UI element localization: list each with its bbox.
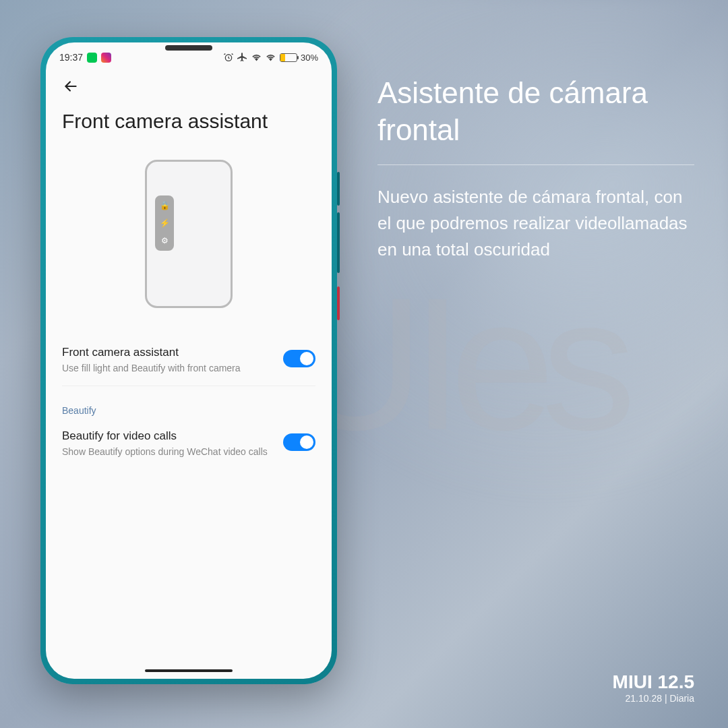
promo-description: Nuevo asistente de cámara frontal, con e…	[377, 184, 694, 263]
illus-gear-icon: ⚙	[160, 236, 169, 245]
phone-screen: 19:37 30%	[46, 42, 332, 679]
setting-fca-title: Front camera assistant	[62, 346, 275, 359]
illustration: 🔒 ⚡ ⚙	[46, 146, 332, 335]
wifi-icon-2	[266, 52, 276, 63]
toggle-front-camera-assistant[interactable]	[283, 350, 315, 367]
notif-app-icon-2	[101, 53, 111, 63]
phone-volume-up	[337, 172, 340, 206]
footer-build: 21.10.28 | Diaria	[613, 693, 694, 704]
section-beautify-label: Beautify	[46, 386, 332, 419]
setting-beautify-video-calls[interactable]: Beautify for video calls Show Beautify o…	[46, 419, 332, 469]
alarm-icon	[223, 52, 234, 63]
phone-notch	[165, 45, 212, 51]
footer-brand: MIUI 12.5	[613, 671, 694, 693]
promo-title: Asistente de cámara frontal	[377, 74, 694, 148]
phone-volume-down	[337, 212, 340, 273]
battery-icon	[280, 53, 297, 62]
illus-lock-icon: 🔒	[160, 201, 169, 210]
status-time: 19:37	[59, 52, 83, 63]
footer: MIUI 12.5 21.10.28 | Diaria	[613, 671, 694, 704]
home-indicator[interactable]	[145, 669, 233, 672]
back-button[interactable]	[62, 80, 80, 98]
promo-divider	[377, 164, 694, 165]
battery-percent: 30%	[301, 53, 318, 63]
phone-frame: 19:37 30%	[40, 37, 337, 684]
toggle-beautify-video-calls[interactable]	[283, 433, 315, 451]
promo-panel: Asistente de cámara frontal Nuevo asiste…	[377, 74, 694, 263]
notif-app-icon-1	[87, 53, 97, 63]
airplane-icon	[237, 52, 248, 63]
setting-fca-desc: Use fill light and Beautify with front c…	[62, 362, 275, 375]
setting-beautify-title: Beautify for video calls	[62, 429, 275, 443]
wifi-icon-1	[251, 52, 262, 63]
illus-flash-icon: ⚡	[160, 218, 169, 228]
setting-beautify-desc: Show Beautify options during WeChat vide…	[62, 446, 275, 458]
setting-front-camera-assistant[interactable]: Front camera assistant Use fill light an…	[46, 335, 332, 386]
page-title: Front camera assistant	[46, 104, 332, 146]
phone-power-button	[337, 286, 340, 320]
